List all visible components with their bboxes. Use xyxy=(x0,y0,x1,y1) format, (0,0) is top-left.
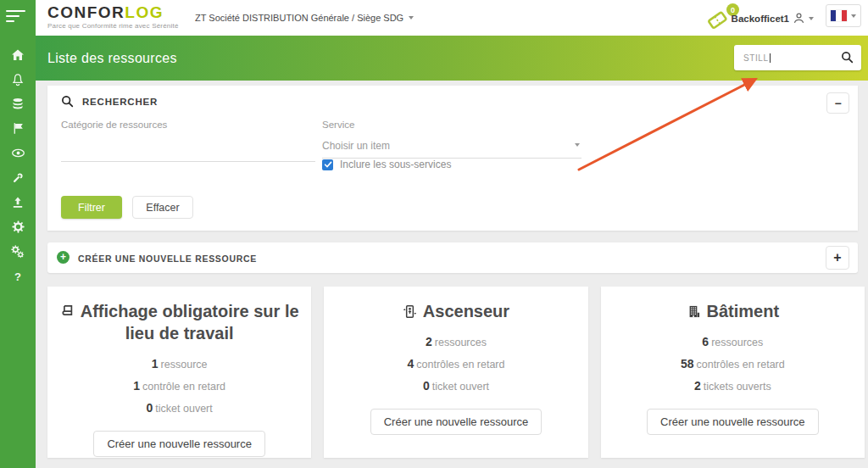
ticket-icon xyxy=(705,6,729,30)
logo-secondary-text: LOG xyxy=(125,3,164,21)
page-banner: Liste des ressources STILL xyxy=(36,36,868,81)
global-search-box: STILL xyxy=(734,45,861,70)
sidebar-item-settings[interactable] xyxy=(0,214,36,239)
stat-label: ressource xyxy=(161,359,208,370)
language-selector[interactable] xyxy=(826,4,861,27)
card-ascenseur: Ascenseur 2ressources 4contrôles en reta… xyxy=(324,287,587,458)
create-resource-button[interactable]: Créer une nouvelle ressource xyxy=(93,431,265,457)
create-resource-bar[interactable]: + CRÉER UNE NOUVELLE RESSOURCE + xyxy=(47,242,858,273)
gears-icon xyxy=(11,245,25,259)
sidebar-item-resources[interactable] xyxy=(0,92,36,116)
card-batiment: Bâtiment 6ressources 58contrôles en reta… xyxy=(601,287,865,458)
card-title-row: Affichage obligatoire sur le lieu de tra… xyxy=(59,300,299,344)
stat-controles-retard: 4contrôles en retard xyxy=(336,357,576,370)
card-title-row: Ascenseur xyxy=(336,300,576,322)
elevator-icon xyxy=(403,304,417,319)
clear-button[interactable]: Effacer xyxy=(132,196,193,219)
gear-icon xyxy=(12,220,25,233)
page-title: Liste des ressources xyxy=(47,51,177,66)
stat-label: ticket ouvert xyxy=(432,381,489,393)
create-resource-button[interactable]: Créer une nouvelle ressource xyxy=(370,409,542,435)
category-cards-row: Affichage obligatoire sur le lieu de tra… xyxy=(47,287,865,458)
top-header: CONFORLOG Parce que Conformité rime avec… xyxy=(36,0,868,36)
include-subservices-option[interactable]: Inclure les sous-services xyxy=(322,159,451,170)
create-resource-button[interactable]: Créer une nouvelle ressource xyxy=(647,409,819,435)
stat-ressources: 6ressources xyxy=(613,335,853,348)
stat-tickets-ouverts: 2tickets ouverts xyxy=(613,379,853,393)
stat-label: ticket ouvert xyxy=(155,403,212,415)
question-mark-icon xyxy=(11,270,25,283)
bell-icon xyxy=(11,73,25,86)
card-title: Affichage obligatoire sur le lieu de tra… xyxy=(81,302,299,343)
logo-primary-text: CONFOR xyxy=(47,3,125,21)
stat-label: contrôles en retard xyxy=(416,359,504,370)
chevron-down-icon xyxy=(809,17,814,20)
card-title-row: Bâtiment xyxy=(613,300,853,322)
user-menu[interactable]: Backofficet1 xyxy=(732,12,814,25)
stat-value: 2 xyxy=(694,379,701,393)
france-flag-icon xyxy=(831,10,847,21)
stat-label: ressources xyxy=(435,337,487,348)
category-input[interactable] xyxy=(61,140,315,162)
service-select-value: Choisir un item xyxy=(322,140,390,152)
check-icon xyxy=(324,160,332,169)
chevron-down-icon xyxy=(851,14,856,18)
person-icon xyxy=(793,12,805,25)
sidebar-item-advanced-settings[interactable] xyxy=(0,239,36,264)
stat-label: ressources xyxy=(711,337,763,348)
stat-value: 0 xyxy=(423,379,430,393)
home-icon xyxy=(11,48,25,62)
company-selector[interactable]: ZT Société DISTRIBUTION Générale / Siège… xyxy=(195,13,414,23)
add-button[interactable]: + xyxy=(826,246,849,270)
filter-panel: RECHERCHER − Catégorie de ressources Ser… xyxy=(47,86,858,231)
search-icon[interactable] xyxy=(841,51,854,64)
app-screen: CONFORLOG Parce que Conformité rime avec… xyxy=(0,0,868,468)
service-field-label: Service xyxy=(322,120,581,130)
stat-tickets-ouverts: 0ticket ouvert xyxy=(336,379,576,393)
card-affichage-obligatoire: Affichage obligatoire sur le lieu de tra… xyxy=(47,287,311,458)
wrench-icon xyxy=(11,171,25,185)
sidebar-item-tools[interactable] xyxy=(0,165,36,190)
stat-value: 2 xyxy=(426,335,432,348)
service-select[interactable]: Choisir un item xyxy=(322,140,581,159)
stat-value: 1 xyxy=(133,379,140,393)
sidebar-item-home[interactable] xyxy=(0,42,36,67)
stat-label: contrôles en retard xyxy=(696,359,784,370)
sidebar-item-help[interactable] xyxy=(0,264,36,288)
search-input[interactable]: STILL xyxy=(743,53,820,64)
stat-ressources: 2ressources xyxy=(336,335,576,348)
logo-tagline: Parce que Conformité rime avec Sérénité xyxy=(47,22,179,30)
sidebar-item-notifications[interactable] xyxy=(0,67,36,92)
stat-value: 0 xyxy=(147,401,153,415)
category-field-label: Catégorie de ressources xyxy=(61,120,315,130)
eye-icon xyxy=(11,146,25,160)
plus-circle-icon: + xyxy=(57,251,70,264)
stat-ressources: 1ressource xyxy=(59,357,299,370)
chevron-down-icon xyxy=(575,143,580,147)
database-icon xyxy=(11,98,25,111)
sidebar-item-import[interactable] xyxy=(0,190,36,214)
stat-value: 4 xyxy=(407,357,414,370)
stat-controles-retard: 1contrôle en retard xyxy=(59,379,299,393)
include-subservices-label: Inclure les sous-services xyxy=(340,159,451,170)
hamburger-menu-icon[interactable] xyxy=(6,10,25,25)
sidebar-item-monitoring[interactable] xyxy=(0,141,36,165)
stat-controles-retard: 58contrôles en retard xyxy=(613,357,853,370)
sidebar-item-reports[interactable] xyxy=(0,116,36,141)
stat-label: contrôle en retard xyxy=(142,381,225,393)
upload-icon xyxy=(11,196,25,209)
checkbox-checked[interactable] xyxy=(322,159,333,170)
card-title: Ascenseur xyxy=(423,302,509,320)
chevron-down-icon xyxy=(409,16,414,20)
sidebar xyxy=(0,0,36,468)
stat-value: 58 xyxy=(681,357,694,370)
company-selector-label: ZT Société DISTRIBUTION Générale / Siège… xyxy=(195,13,403,23)
username: Backofficet1 xyxy=(732,14,789,24)
building-icon xyxy=(687,304,701,319)
stat-label: tickets ouverts xyxy=(704,381,771,393)
filter-button[interactable]: Filtrer xyxy=(61,196,122,219)
stat-tickets-ouverts: 0ticket ouvert xyxy=(59,401,299,415)
flag-icon xyxy=(12,122,25,135)
search-icon xyxy=(61,95,74,108)
collapse-panel-button[interactable]: − xyxy=(826,92,849,114)
